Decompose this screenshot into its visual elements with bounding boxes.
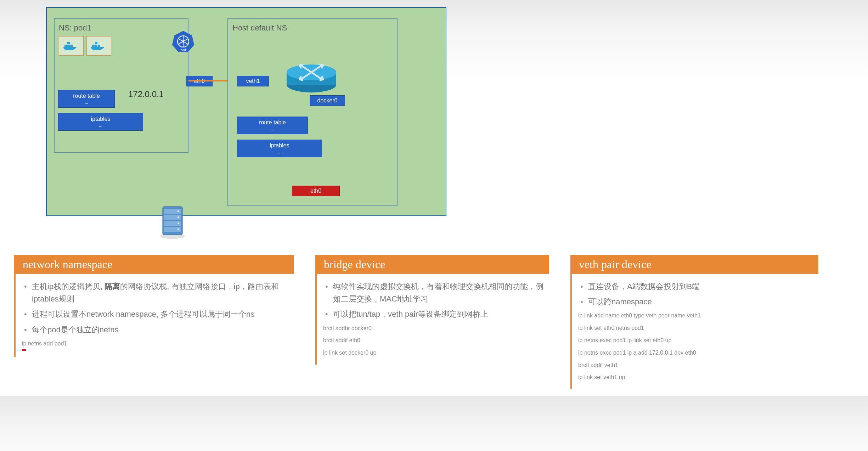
- docker0-box: docker0: [310, 95, 345, 106]
- svg-rect-5: [95, 45, 97, 47]
- card-bridge: bridge device 纯软件实现的虚拟交换机，有着和物理交换机相同的功能，…: [315, 255, 549, 365]
- network-diagram: NS: pod1 eth0 rou: [35, 7, 453, 234]
- card-veth: veth pair device 直连设备，A端数据会投射到B端 可以跨name…: [570, 255, 818, 389]
- cmd-line: ip netns exec pod1 ip link set eth0 up: [578, 336, 816, 346]
- cmd-line: ip link set docker0 up: [323, 348, 546, 358]
- svg-point-30: [177, 229, 179, 230]
- card-netns-body: 主机ip栈的逻辑拷贝, 隔离的网络协议栈, 有独立网络接口，ip，路由表和ipt…: [14, 274, 294, 357]
- card-veth-body: 直连设备，A端数据会投射到B端 可以跨namespace ip link add…: [570, 274, 818, 389]
- cmd-line: brctl addif veth1: [578, 360, 816, 371]
- svg-point-29: [177, 222, 179, 224]
- list-item: 可以跨namespace: [578, 295, 816, 308]
- svg-rect-4: [92, 45, 95, 47]
- list-item: 进程可以设置不network namespace, 多个进程可以属于同一个ns: [22, 308, 291, 320]
- cmd-line: brctl addbr docker0: [323, 323, 546, 334]
- veth1-box: veth1: [237, 76, 269, 86]
- docker-icon: [59, 36, 84, 56]
- info-cards-row: network namespace 主机ip栈的逻辑拷贝, 隔离的网络协议栈, …: [14, 255, 854, 389]
- docker-icons-group: [59, 36, 184, 56]
- host-eth0-box: eth0: [292, 186, 340, 196]
- ns-host-title: Host default NS: [232, 23, 393, 33]
- list-item: 可以把tun/tap，veth pair等设备绑定到网桥上: [323, 308, 546, 320]
- card-bridge-body: 纯软件实现的虚拟交换机，有着和物理交换机相同的功能，例如二层交换，MAC地址学习…: [315, 274, 549, 365]
- iptables-box: iptables ...: [58, 113, 143, 131]
- svg-text:pod: pod: [180, 48, 186, 52]
- namespace-host: Host default NS veth1 docker0: [227, 18, 398, 206]
- cmd-line: ip netns exec pod1 ip a add 172.0.0.1 de…: [578, 348, 816, 358]
- route-table-box: route table ...: [237, 117, 308, 134]
- server-icon: [158, 204, 188, 239]
- svg-rect-2: [70, 45, 73, 47]
- list-item: 每个pod是个独立的netns: [22, 323, 291, 336]
- kubernetes-icon: pod: [171, 29, 196, 54]
- list-item: 纯软件实现的虚拟交换机，有着和物理交换机相同的功能，例如二层交换，MAC地址学习: [323, 280, 546, 305]
- cmd-line: ip link set eth0 netns pod1: [578, 323, 816, 333]
- ip-address-label: 172.0.0.1: [128, 89, 164, 99]
- host-container: NS: pod1 eth0 rou: [46, 7, 446, 216]
- card-veth-header: veth pair device: [570, 255, 818, 274]
- svg-rect-0: [64, 45, 67, 47]
- svg-point-28: [177, 216, 179, 218]
- router-icon: [281, 47, 342, 97]
- list-item: 主机ip栈的逻辑拷贝, 隔离的网络协议栈, 有独立网络接口，ip，路由表和ipt…: [22, 280, 291, 305]
- docker-icon: [86, 36, 111, 56]
- iptables-box: iptables ...: [237, 140, 322, 157]
- svg-rect-7: [95, 42, 97, 44]
- cmd-line: ip link set veth1 up: [578, 372, 816, 383]
- namespace-pod1: NS: pod1 eth0 rou: [54, 18, 188, 153]
- ns-pod1-title: NS: pod1: [59, 23, 184, 33]
- card-netns-header: network namespace: [14, 255, 294, 274]
- svg-point-27: [177, 210, 179, 212]
- cmd-line: ip link add name eth0 type veth peer nam…: [578, 311, 816, 321]
- cmd-line: ip netns add pod1: [22, 339, 291, 351]
- card-netns: network namespace 主机ip栈的逻辑拷贝, 隔离的网络协议栈, …: [14, 255, 294, 357]
- svg-rect-6: [98, 45, 100, 47]
- card-bridge-header: bridge device: [315, 255, 549, 274]
- route-table-box: route table ...: [58, 90, 115, 108]
- svg-rect-3: [67, 42, 70, 44]
- svg-rect-1: [67, 45, 70, 47]
- list-item: 直连设备，A端数据会投射到B端: [578, 280, 816, 293]
- cmd-line: brctl addif eth0: [323, 336, 546, 346]
